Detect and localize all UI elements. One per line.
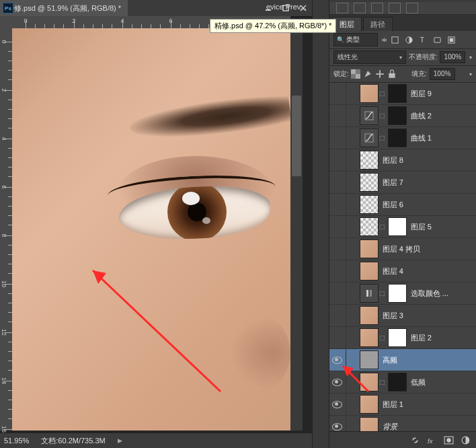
layer-visibility-toggle[interactable] (329, 238, 346, 260)
layer-name[interactable]: 低频 (411, 377, 426, 387)
layer-thumbnail[interactable] (387, 106, 407, 125)
layer-name[interactable]: 图层 9 (411, 89, 432, 99)
layer-row[interactable]: 图层 4 (329, 260, 476, 283)
layer-name[interactable]: 选取颜色 ... (411, 289, 448, 299)
layer-thumbnail[interactable] (387, 217, 407, 236)
filter-pixel-icon[interactable] (390, 34, 401, 45)
layer-row[interactable]: 图层 1 (329, 394, 476, 416)
layer-visibility-toggle[interactable] (329, 105, 346, 126)
layer-visibility-toggle[interactable] (329, 127, 346, 149)
canvas[interactable] (12, 28, 290, 431)
layer-row[interactable]: 高频 (329, 349, 476, 371)
link-mask-icon[interactable]: ⬚ (379, 129, 387, 147)
layer-row[interactable]: 图层 6 (329, 194, 476, 216)
document-tab[interactable]: 精修.psd @ 51.9% (高频, RGB/8) * (0, 0, 128, 16)
layer-name[interactable]: 图层 2 (411, 333, 432, 343)
panel-separator[interactable] (312, 0, 329, 448)
document-size[interactable]: 文档:60.2M/735.3M (41, 436, 105, 446)
layers-list[interactable]: ⬚图层 9⬚曲线 2⬚曲线 1图层 8图层 7图层 6⬚图层 5图层 4 拷贝图… (329, 83, 476, 431)
layer-thumbnail[interactable] (358, 217, 379, 236)
layer-visibility-toggle[interactable] (329, 349, 346, 371)
layer-thumbnail[interactable] (387, 128, 407, 147)
layer-row[interactable]: ⬚图层 5 (329, 216, 476, 238)
link-mask-icon[interactable]: ⬚ (379, 85, 387, 102)
layer-visibility-toggle[interactable] (329, 260, 346, 282)
layer-name[interactable]: 图层 3 (383, 311, 403, 321)
filter-adjust-icon[interactable] (404, 34, 415, 45)
layer-visibility-toggle[interactable] (329, 83, 346, 104)
layer-thumbnail[interactable] (358, 284, 379, 303)
filter-smart-icon[interactable] (446, 34, 457, 45)
lock-pixels-icon[interactable] (363, 69, 372, 79)
opacity-input[interactable]: 100% (440, 51, 465, 63)
layer-thumbnail[interactable] (358, 195, 379, 214)
adj-icon[interactable] (336, 3, 348, 13)
layer-thumbnail[interactable] (387, 84, 407, 103)
adj-icon[interactable] (406, 3, 418, 13)
layer-visibility-toggle[interactable] (329, 149, 346, 171)
layer-thumbnail[interactable] (358, 350, 379, 369)
layer-name[interactable]: 背景 (383, 422, 397, 432)
layer-row[interactable]: ⬚低频 (329, 371, 476, 394)
ruler-origin[interactable] (0, 16, 13, 29)
layer-row[interactable]: 图层 8 (329, 149, 476, 172)
fill-input[interactable]: 100% (430, 68, 455, 80)
lock-position-icon[interactable] (375, 69, 385, 79)
adj-icon[interactable] (371, 3, 383, 13)
layer-thumbnail[interactable] (358, 239, 379, 258)
layer-row[interactable]: ⬚图层 2 (329, 327, 476, 349)
layer-visibility-toggle[interactable] (329, 172, 346, 193)
layer-name[interactable]: 高频 (383, 355, 397, 365)
layer-name[interactable]: 图层 7 (383, 178, 403, 188)
layer-thumbnail[interactable] (358, 328, 379, 347)
layer-visibility-toggle[interactable] (329, 394, 346, 415)
paths-tab[interactable]: 路径 (363, 17, 393, 31)
link-mask-icon[interactable]: ⬚ (379, 329, 387, 346)
link-mask-icon[interactable]: ⬚ (379, 218, 387, 235)
vertical-scrollbar[interactable] (290, 28, 303, 431)
link-mask-icon[interactable]: ⬚ (379, 107, 387, 124)
filter-type-icon[interactable]: T (418, 34, 429, 45)
vertical-ruler[interactable]: 0246810121416 (0, 28, 13, 431)
layer-thumbnail[interactable] (387, 328, 407, 347)
layer-row[interactable]: ⬚曲线 1 (329, 127, 476, 149)
layer-mask-icon[interactable] (444, 435, 454, 445)
blend-mode-dropdown[interactable]: 线性光▾ (333, 50, 406, 64)
layer-thumbnail[interactable] (358, 373, 379, 391)
layer-visibility-toggle[interactable] (329, 216, 346, 237)
layer-row[interactable]: 图层 4 拷贝 (329, 238, 476, 260)
layer-visibility-toggle[interactable] (329, 371, 346, 393)
layer-visibility-toggle[interactable] (329, 327, 346, 348)
layer-thumbnail[interactable] (387, 373, 407, 391)
layer-row[interactable]: ⬚选取颜色 ... (329, 283, 476, 305)
layer-name[interactable]: 曲线 2 (411, 111, 432, 121)
layer-thumbnail[interactable] (358, 306, 379, 325)
layer-thumbnail[interactable] (358, 151, 379, 170)
link-mask-icon[interactable]: ⬚ (379, 373, 387, 391)
layer-thumbnail[interactable] (358, 84, 379, 103)
layer-name[interactable]: 图层 5 (411, 222, 432, 232)
layer-name[interactable]: 图层 1 (383, 400, 403, 410)
layer-name[interactable]: 图层 8 (383, 155, 403, 165)
new-adjustment-icon[interactable] (461, 435, 471, 445)
layer-visibility-toggle[interactable] (329, 194, 346, 215)
layer-thumbnail[interactable] (358, 417, 379, 431)
layer-row[interactable]: 图层 7 (329, 172, 476, 194)
lock-all-icon[interactable] (387, 69, 397, 79)
link-mask-icon[interactable]: ⬚ (379, 285, 387, 302)
filter-shape-icon[interactable] (432, 34, 443, 45)
layer-fx-icon[interactable]: fx (427, 435, 437, 445)
adj-icon[interactable] (354, 3, 366, 13)
layer-row[interactable]: 图层 3 (329, 305, 476, 327)
zoom-level[interactable]: 51.95% (4, 437, 29, 445)
layer-thumbnail[interactable] (358, 395, 379, 414)
layer-thumbnail[interactable] (358, 128, 379, 147)
layer-name[interactable]: 图层 4 拷贝 (383, 244, 420, 254)
layer-thumbnail[interactable] (358, 262, 379, 281)
dropdown-arrow-icon[interactable]: ▾ (469, 54, 472, 61)
layer-name[interactable]: 图层 4 (383, 266, 403, 276)
layer-row[interactable]: ⬚曲线 2 (329, 105, 476, 127)
lock-transparency-icon[interactable] (351, 69, 360, 79)
layer-visibility-toggle[interactable] (329, 416, 346, 431)
filter-kind-dropdown[interactable]: 类型 (333, 33, 378, 46)
